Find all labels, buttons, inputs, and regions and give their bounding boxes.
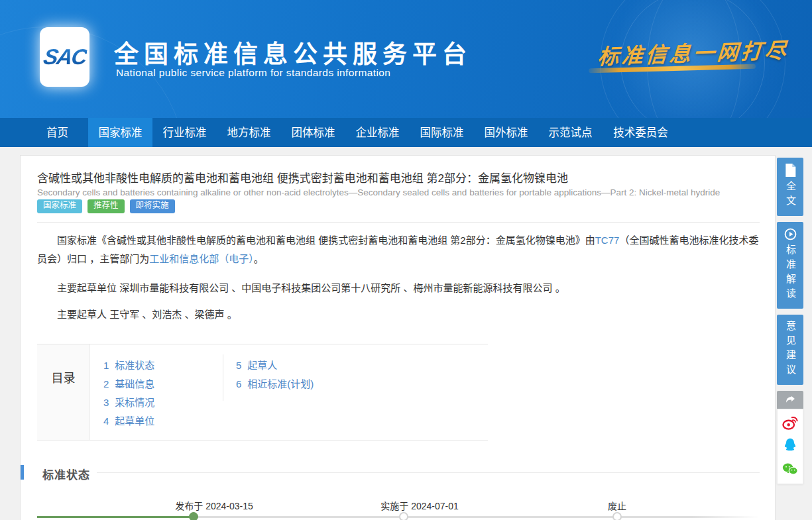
toc-label: 采标情况	[115, 397, 154, 408]
weibo-icon[interactable]	[782, 415, 798, 431]
toc-num: 1	[103, 360, 109, 371]
toc-label: 基础信息	[115, 378, 154, 390]
nav-item-national-standards[interactable]: 国家标准	[88, 118, 152, 147]
toc-link-similar-standards[interactable]: 6相近标准(计划)	[236, 376, 314, 390]
timeline-dot-abolished	[612, 512, 622, 520]
timeline-label-abolished: 废止	[608, 499, 626, 512]
nav-item-local-standards[interactable]: 地方标准	[217, 118, 281, 147]
site-header: SAC 全国标准信息公共服务平台 National public service…	[0, 0, 812, 118]
tag-row: 国家标准 推荐性 即将实施	[37, 199, 175, 213]
divider	[37, 222, 760, 223]
toc-label: 标准状态	[115, 360, 154, 371]
timeline-label-implemented: 实施于 2024-07-01	[380, 499, 459, 512]
side-toolbar: 全文 标准解读 意见建议	[777, 158, 803, 484]
wechat-icon[interactable]	[782, 461, 798, 477]
toc-label: 起草单位	[115, 415, 154, 427]
platform-title: 全国标准信息公共服务平台	[114, 34, 472, 70]
feedback-button[interactable]: 意见建议	[777, 315, 803, 385]
sac-logo[interactable]: SAC	[40, 27, 89, 87]
section-header-line	[97, 472, 760, 473]
nav-item-enterprise-standards[interactable]: 企业标准	[345, 118, 410, 147]
timeline-dot-published	[189, 512, 198, 520]
toc-num: 2	[103, 378, 109, 390]
fulltext-label: 全文	[777, 181, 803, 210]
main-nav: 首页 国家标准 行业标准 地方标准 团体标准 企业标准 国际标准 国外标准 示范…	[0, 118, 812, 147]
timeline-dot-implemented	[399, 512, 408, 520]
standard-title-en: Secondary cells and batteries containing…	[37, 187, 760, 197]
toc-box: 目录 1标准状态 2基础信息 3采标情况 4起草单位 5起草人 6相近标准(计划…	[37, 344, 488, 441]
timeline-label-published: 发布于 2024-03-15	[175, 499, 253, 512]
nav-item-technical-committee[interactable]: 技术委员会	[603, 118, 679, 147]
standard-title-zh: 含碱性或其他非酸性电解质的蓄电池和蓄电池组 便携式密封蓄电池和蓄电池组 第2部分…	[37, 169, 760, 185]
toc-link-drafters[interactable]: 5起草人	[236, 358, 277, 372]
toc-label: 起草人	[247, 360, 277, 371]
fulltext-button[interactable]: 全文	[777, 158, 803, 216]
nav-item-pilot-demo[interactable]: 示范试点	[538, 118, 603, 147]
nav-item-group-standards[interactable]: 团体标准	[281, 118, 345, 147]
tag-upcoming-implementation: 即将实施	[130, 199, 175, 213]
intro-paragraph: 国家标准《含碱性或其他非酸性电解质的蓄电池和蓄电池组 便携式密封蓄电池和蓄电池组…	[37, 231, 762, 268]
document-icon	[784, 164, 796, 177]
tag-national-standard: 国家标准	[37, 199, 82, 213]
toc-link-basic-info[interactable]: 2基础信息	[103, 376, 154, 390]
interpretation-button[interactable]: 标准解读	[777, 222, 803, 309]
toc-column-divider	[223, 354, 223, 401]
timeline-track	[194, 516, 760, 518]
toc-link-adoption-info[interactable]: 3采标情况	[103, 395, 154, 409]
nav-item-home[interactable]: 首页	[27, 118, 88, 147]
toc-num: 5	[236, 360, 241, 371]
feedback-label: 意见建议	[777, 321, 803, 379]
timeline-progress	[37, 516, 194, 518]
toc-label: 相近标准(计划)	[247, 378, 314, 390]
qq-icon[interactable]	[782, 438, 798, 454]
platform-subtitle: National public service platform for sta…	[116, 67, 390, 79]
intro-text-3: 。	[254, 253, 264, 264]
section-title-standard-status: 标准状态	[42, 466, 90, 482]
play-circle-icon	[784, 228, 797, 240]
tag-recommended: 推荐性	[87, 199, 125, 213]
share-icon	[785, 394, 796, 405]
nav-item-foreign-standards[interactable]: 国外标准	[474, 118, 538, 147]
page: SAC 全国标准信息公共服务平台 National public service…	[0, 0, 812, 520]
sac-logo-text: SAC	[41, 44, 87, 70]
share-panel	[777, 409, 803, 484]
nav-item-international-standards[interactable]: 国际标准	[410, 118, 474, 147]
toc-link-standard-status[interactable]: 1标准状态	[103, 358, 154, 372]
link-tc77[interactable]: TC77	[595, 234, 620, 246]
toc-num: 6	[236, 378, 241, 390]
content-panel: 含碱性或其他非酸性电解质的蓄电池和蓄电池组 便携式密封蓄电池和蓄电池组 第2部分…	[20, 155, 776, 520]
link-ministry[interactable]: 工业和信息化部（电子）	[149, 253, 254, 264]
toc-num: 3	[103, 397, 109, 408]
share-button[interactable]	[777, 391, 803, 409]
nav-item-industry-standards[interactable]: 行业标准	[152, 118, 217, 147]
drafting-units-paragraph: 主要起草单位 深圳市量能科技有限公司 、中国电子科技集团公司第十八研究所 、梅州…	[37, 279, 762, 297]
drafters-paragraph: 主要起草人 王守军 、刘浩杰 、梁德声 。	[37, 305, 762, 324]
toc-num: 4	[103, 415, 109, 427]
section-accent-bar	[21, 465, 24, 480]
toc-link-drafting-units[interactable]: 4起草单位	[103, 413, 154, 427]
intro-text-1: 国家标准《含碱性或其他非酸性电解质的蓄电池和蓄电池组 便携式密封蓄电池和蓄电池组…	[57, 234, 595, 246]
interpretation-label: 标准解读	[777, 244, 803, 303]
toc-title: 目录	[37, 344, 90, 440]
